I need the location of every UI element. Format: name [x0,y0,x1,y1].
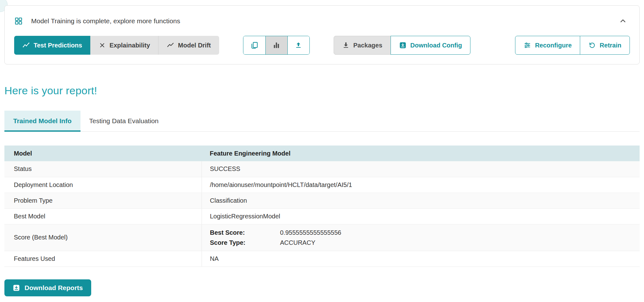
page: Model Training is complete, explore more… [0,0,644,296]
x-icon [99,42,106,49]
retrain-label: Retrain [600,42,621,49]
score-type-line: Score Type: ACCURACY [210,238,640,248]
reconfigure-button[interactable]: Reconfigure [515,36,580,55]
package-actions-group: Packages Download Config [334,36,471,55]
upload-icon [295,41,302,49]
row-label: Features Used [4,251,202,266]
table-row-score: Score (Best Model) Best Score: 0.9555555… [4,224,640,251]
table-row-best-model: Best Model LogisticRegressionModel [4,208,640,224]
grid-icon [14,17,23,25]
model-drift-label: Model Drift [178,42,211,49]
test-predictions-label: Test Predictions [34,42,82,49]
chevron-up-icon [619,17,627,25]
report-copy-icon [250,41,258,49]
row-value: Best Score: 0.9555555555555556 Score Typ… [202,224,640,251]
row-label: Problem Type [4,193,202,208]
download-tray-icon [342,41,350,49]
download-config-label: Download Config [410,42,462,49]
packages-label: Packages [353,42,382,49]
download-config-button[interactable]: Download Config [391,36,470,55]
row-label: Score (Best Model) [4,224,202,251]
chart-view-button[interactable] [265,36,287,54]
score-type-value: ACCURACY [280,238,315,248]
upload-button[interactable] [287,36,309,54]
training-complete-card: Model Training is complete, explore more… [4,5,640,64]
bar-chart-icon [272,41,280,49]
best-score-line: Best Score: 0.9555555555555556 [210,228,640,238]
table-row-features-used: Features Used NA [4,251,640,266]
report-tabs: Trained Model Info Testing Data Evaluati… [4,111,640,132]
download-reports-label: Download Reports [25,284,83,292]
row-label: Status [4,161,202,177]
reconfigure-label: Reconfigure [535,42,572,49]
trained-model-info-table: Model Feature Engineering Model Status S… [4,146,640,267]
header-model-name: Feature Engineering Model [202,146,640,161]
row-value: SUCCESS [202,161,640,177]
table-row-problem-type: Problem Type Classification [4,193,640,208]
download-reports-button[interactable]: Download Reports [4,279,91,296]
tab-testing-data-evaluation[interactable]: Testing Data Evaluation [80,111,168,131]
line-chart-icon [22,41,30,49]
view-toggle-group [243,36,310,55]
action-toolbar: Test Predictions Explainability Model Dr… [14,36,630,55]
row-value: LogisticRegressionModel [202,208,640,224]
row-value: /home/aionuser/mountpoint/HCLT/data/targ… [202,177,640,193]
table-header-row: Model Feature Engineering Model [4,146,640,161]
header-model: Model [4,146,202,161]
best-score-label: Best Score: [210,228,280,238]
download-box-icon [399,41,407,49]
explainability-label: Explainability [109,42,150,49]
report-view-button[interactable] [243,36,265,54]
trend-icon [167,41,174,49]
retrain-button[interactable]: Retrain [580,36,630,55]
table-row-status: Status SUCCESS [4,161,640,177]
sliders-icon [524,41,531,49]
card-title: Model Training is complete, explore more… [31,17,180,25]
retrain-actions-group: Reconfigure Retrain [515,36,630,55]
tab-trained-model-info[interactable]: Trained Model Info [4,111,80,131]
row-value: Classification [202,193,640,208]
report-heading: Here is your report! [4,85,640,97]
refresh-icon [588,41,596,49]
table-row-deployment-location: Deployment Location /home/aionuser/mount… [4,177,640,193]
best-score-value: 0.9555555555555556 [280,228,341,238]
prediction-mode-toggle: Test Predictions Explainability Model Dr… [14,36,219,55]
card-header: Model Training is complete, explore more… [14,13,630,30]
model-drift-button[interactable]: Model Drift [158,36,219,55]
download-box-icon [13,284,20,292]
row-label: Best Model [4,208,202,224]
row-value: NA [202,251,640,266]
packages-button[interactable]: Packages [334,36,391,55]
score-type-label: Score Type: [210,238,280,248]
row-label: Deployment Location [4,177,202,193]
test-predictions-button[interactable]: Test Predictions [14,36,90,55]
collapse-panel-button[interactable] [616,14,630,28]
explainability-button[interactable]: Explainability [90,36,158,55]
